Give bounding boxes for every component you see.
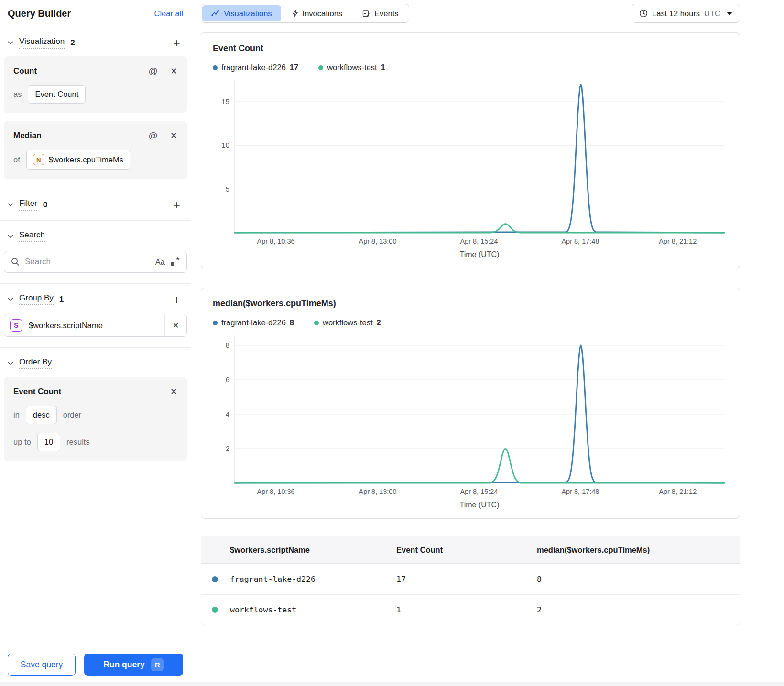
svg-text:Apr 8, 21:12: Apr 8, 21:12: [659, 488, 697, 495]
tab-label: Events: [374, 9, 398, 18]
limit-value: 10: [44, 438, 53, 447]
group-by-count: 1: [59, 295, 64, 304]
filter-count: 0: [43, 200, 47, 210]
svg-text:Time (UTC): Time (UTC): [460, 501, 500, 509]
in-label: in: [13, 410, 20, 419]
field-selector[interactable]: N $workers.cpuTimeMs: [26, 150, 130, 170]
legend-dot: [314, 321, 319, 325]
tab-visualizations[interactable]: Visualizations: [202, 5, 281, 21]
legend-series-name: workflows-test: [327, 63, 377, 72]
match-case-icon[interactable]: Aa: [155, 257, 165, 267]
chevron-down-icon[interactable]: [8, 41, 13, 45]
alias-input[interactable]: Event Count: [28, 85, 86, 104]
svg-text:Time (UTC): Time (UTC): [460, 250, 500, 258]
order-by-section-label: Order By: [19, 357, 52, 369]
legend-series-value: 8: [290, 318, 294, 327]
add-filter-button[interactable]: +: [170, 200, 183, 210]
app-window: Query Builder Clear all Visualization 2 …: [0, 0, 784, 682]
run-query-button[interactable]: Run query R: [84, 654, 183, 676]
search-box: Aa *: [4, 251, 187, 273]
group-by-field: $workers.scriptName: [29, 321, 103, 330]
legend-item[interactable]: fragrant-lake-d226 8: [213, 318, 294, 327]
remove-visualization-icon[interactable]: ✕: [170, 66, 177, 76]
visualization-card-median: Median @ ✕ of N $workers.cpuTimeMs: [4, 121, 187, 179]
median-cell: 2: [537, 605, 740, 614]
remove-visualization-icon[interactable]: ✕: [170, 130, 177, 141]
legend-series-value: 17: [290, 63, 298, 72]
field-value: $workers.cpuTimeMs: [49, 155, 123, 164]
svg-text:6: 6: [226, 375, 229, 384]
legend-dot: [318, 65, 323, 70]
svg-text:4: 4: [226, 410, 229, 418]
clear-all-link[interactable]: Clear all: [154, 9, 183, 18]
results-table-header: $workers.scriptName Event Count median($…: [201, 536, 740, 564]
chart-title: median($workers.cpuTimeMs): [213, 299, 728, 309]
table-row: fragrant-lake-d226 17 8: [201, 564, 740, 594]
visualization-section-label: Visualization: [19, 37, 65, 49]
number-type-icon: N: [33, 154, 44, 165]
chevron-down-icon[interactable]: [8, 235, 13, 238]
alias-value: Event Count: [35, 90, 78, 99]
svg-text:5: 5: [226, 185, 229, 193]
tab-invocations[interactable]: Invocations: [283, 5, 351, 21]
search-input[interactable]: [25, 257, 150, 267]
svg-text:Apr 8, 17:48: Apr 8, 17:48: [561, 237, 599, 245]
of-label: of: [13, 155, 20, 164]
remove-order-by-icon[interactable]: ✕: [170, 386, 177, 397]
main-content: Visualizations Invocations Events Last 1…: [191, 0, 784, 682]
line-chart-icon: [211, 10, 219, 17]
legend-item[interactable]: workflows-test 1: [318, 63, 385, 72]
legend-series-value: 1: [381, 63, 385, 72]
results-label: results: [66, 438, 90, 447]
legend-series-name: workflows-test: [323, 318, 373, 327]
median-cputime-chart: 2468Apr 8, 10:36Apr 8, 13:00Apr 8, 15:24…: [213, 334, 728, 510]
chevron-down-icon[interactable]: [8, 298, 13, 301]
time-range-dropdown[interactable]: Last 12 hours UTC: [632, 4, 740, 23]
query-builder-sidebar: Query Builder Clear all Visualization 2 …: [0, 0, 191, 682]
regex-icon[interactable]: *: [170, 257, 180, 267]
add-visualization-button[interactable]: +: [170, 38, 183, 48]
chevron-down-icon[interactable]: [8, 362, 13, 365]
svg-text:Apr 8, 13:00: Apr 8, 13:00: [359, 488, 397, 495]
sidebar-content: Query Builder Clear all Visualization 2 …: [0, 0, 191, 647]
svg-text:10: 10: [221, 141, 229, 149]
limit-input[interactable]: 10: [37, 433, 60, 451]
direction-value: desc: [33, 410, 50, 419]
script-name-cell: workflows-test: [230, 605, 296, 614]
order-label: order: [63, 410, 82, 419]
chevron-down-icon[interactable]: [8, 203, 13, 207]
sidebar-footer: Save query Run query R: [0, 647, 191, 682]
alias-icon[interactable]: @: [149, 130, 158, 141]
legend-series-value: 2: [377, 318, 381, 327]
legend-item[interactable]: workflows-test 2: [314, 318, 381, 327]
group-by-item[interactable]: S $workers.scriptName ✕: [4, 314, 187, 337]
visualization-section: Visualization 2 + Count @ ✕ as Event Cou…: [0, 27, 191, 189]
alias-icon[interactable]: @: [149, 66, 158, 76]
legend-series-name: fragrant-lake-d226: [221, 63, 286, 72]
column-script-name: $workers.scriptName: [201, 546, 396, 555]
save-query-button[interactable]: Save query: [8, 654, 76, 676]
results-table: $workers.scriptName Event Count median($…: [201, 536, 740, 625]
column-median: median($workers.cpuTimeMs): [537, 546, 740, 555]
order-by-field: Event Count: [13, 387, 61, 397]
script-name-cell: fragrant-lake-d226: [230, 575, 316, 584]
svg-text:2: 2: [226, 444, 229, 452]
sidebar-title: Query Builder: [8, 8, 71, 19]
order-by-card: Event Count ✕ in desc order up to 10 res…: [4, 377, 187, 461]
chart-legend: fragrant-lake-d226 8 workflows-test 2: [213, 318, 728, 327]
direction-selector[interactable]: desc: [26, 406, 57, 424]
add-group-by-button[interactable]: +: [170, 295, 183, 304]
tab-label: Visualizations: [224, 9, 272, 18]
remove-group-by-icon[interactable]: ✕: [164, 314, 186, 336]
svg-text:15: 15: [221, 97, 229, 106]
dropdown-caret-icon: [727, 12, 732, 15]
legend-item[interactable]: fragrant-lake-d226 17: [213, 63, 298, 72]
search-section: Search Aa *: [0, 221, 191, 284]
event-count-cell: 1: [396, 605, 537, 614]
svg-text:Apr 8, 10:36: Apr 8, 10:36: [257, 488, 295, 495]
series-color-dot: [212, 576, 218, 582]
median-cputime-chart-card: median($workers.cpuTimeMs) fragrant-lake…: [201, 288, 740, 519]
tab-events[interactable]: Events: [353, 5, 407, 21]
visualization-count: 2: [70, 38, 75, 48]
timezone-value: UTC: [704, 9, 720, 18]
